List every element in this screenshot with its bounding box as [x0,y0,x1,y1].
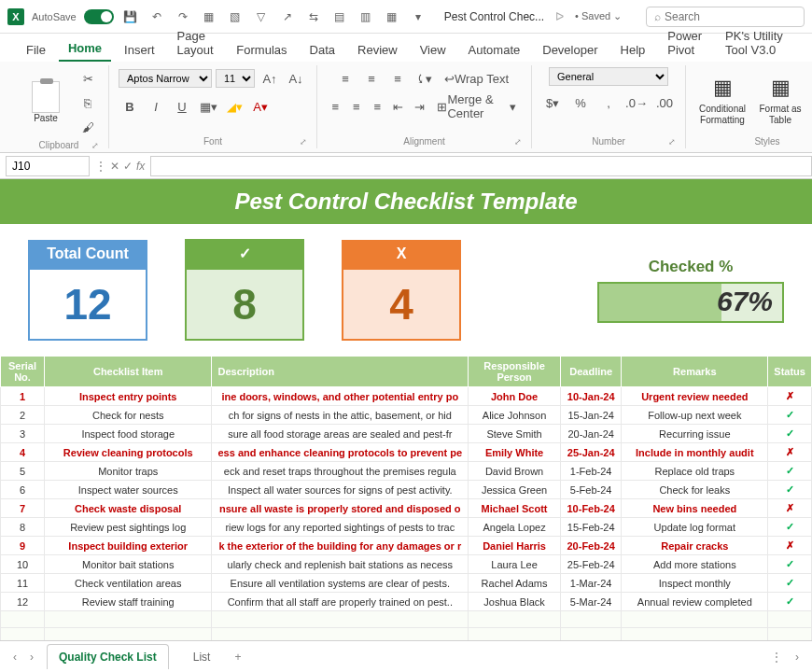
redo-icon[interactable]: ↷ [174,7,192,26]
cell[interactable]: Repair cracks [622,537,768,555]
cell[interactable]: John Doe [469,387,561,406]
cell[interactable]: 5 [1,462,45,481]
cell[interactable] [768,611,812,628]
ribbon-tab-insert[interactable]: Insert [115,38,164,62]
cell[interactable]: 1 [1,387,45,406]
cell[interactable]: 9 [1,537,45,555]
cell[interactable] [561,628,622,641]
cell[interactable]: Check ventilation areas [45,574,212,593]
cell[interactable]: Jessica Green [469,481,561,499]
table-row[interactable]: 12Review staff trainingConfirm that all … [1,593,812,611]
col-header[interactable]: Status [768,357,812,387]
cell[interactable]: eck and reset traps throughout the premi… [212,462,469,481]
increase-decimal-icon[interactable]: .0→ [625,91,648,114]
cell[interactable]: ✓ [768,406,812,425]
cell[interactable] [469,611,561,628]
qa-link-icon[interactable]: ⇆ [304,7,323,26]
cell[interactable]: riew logs for any reported sightings of … [212,518,469,537]
cell[interactable]: ✓ [768,555,812,574]
cell[interactable]: Joshua Black [469,593,561,611]
cell[interactable]: Review staff training [45,593,212,611]
cell[interactable]: ✓ [768,481,812,499]
cell[interactable]: 4 [1,443,45,462]
cell[interactable]: 1-Mar-24 [561,574,622,593]
table-row[interactable] [1,611,812,628]
autosave-toggle[interactable] [84,9,114,24]
cell[interactable]: ✓ [768,593,812,611]
ribbon-tab-home[interactable]: Home [59,36,111,62]
qa-calc-icon[interactable]: ▦ [383,7,401,26]
table-row[interactable]: 5Monitor trapseck and reset traps throug… [1,462,812,481]
cell[interactable]: David Brown [469,462,561,481]
align-top-icon[interactable]: ≡ [334,67,357,90]
cell[interactable]: Recurring issue [622,425,768,443]
bold-button[interactable]: B [119,95,141,118]
cell[interactable]: 5-Feb-24 [561,481,622,499]
qa-chart-icon[interactable]: ▧ [226,7,245,26]
cell[interactable]: Inspect monthly [622,574,768,593]
expand-icon[interactable]: ⤢ [514,137,522,147]
cell[interactable]: Include in monthly audit [622,443,768,462]
cell[interactable]: Monitor bait stations [45,555,212,574]
cell[interactable]: Urgent review needed [622,387,768,406]
conditional-formatting-button[interactable]: ▦Conditional Formatting [695,70,749,132]
font-size-select[interactable]: 11 [216,69,255,88]
table-row[interactable]: 4Review cleaning protocolsess and enhanc… [1,443,812,462]
fill-color-button[interactable]: ◢▾ [223,95,245,118]
cell[interactable]: 5-Mar-24 [561,593,622,611]
cell[interactable]: 20-Jan-24 [561,425,622,443]
name-box[interactable] [6,156,90,176]
cell[interactable]: Inspect entry points [45,387,212,406]
save-icon[interactable]: 💾 [121,7,140,26]
merge-center-button[interactable]: ⊞ Merge & Center ▾ [431,95,522,118]
ribbon-tab-developer[interactable]: Developer [533,38,607,62]
align-bottom-icon[interactable]: ≡ [386,67,409,90]
table-row[interactable]: 7Check waste disposalnsure all waste is … [1,499,812,518]
cell[interactable]: 3 [1,425,45,443]
align-center-icon[interactable]: ≡ [347,95,364,118]
format-as-table-button[interactable]: ▦Format as Table [753,70,807,132]
cell[interactable] [1,628,45,641]
cell[interactable] [45,611,212,628]
table-row[interactable] [1,628,812,641]
cell[interactable]: Review pest sightings log [45,518,212,537]
cell[interactable]: 15-Feb-24 [561,518,622,537]
cell[interactable]: 7 [1,499,45,518]
cell[interactable]: Laura Lee [469,555,561,574]
cell[interactable]: ✓ [768,518,812,537]
cell[interactable] [212,628,469,641]
format-painter-icon[interactable]: 🖌 [77,116,99,138]
cell[interactable]: Inspect building exterior [45,537,212,555]
col-header[interactable]: Deadline [561,357,622,387]
cell[interactable] [469,628,561,641]
decrease-font-icon[interactable]: A↓ [285,67,307,90]
table-row[interactable]: 3Inspect food storagesure all food stora… [1,425,812,443]
cut-icon[interactable]: ✂ [77,67,99,90]
cell[interactable]: 1-Feb-24 [561,462,622,481]
table-row[interactable]: 8Review pest sightings logriew logs for … [1,518,812,537]
ribbon-tab-formulas[interactable]: Formulas [227,38,296,62]
cell[interactable]: Follow-up next week [622,406,768,425]
comma-icon[interactable]: , [597,91,620,114]
ribbon-tab-file[interactable]: File [17,38,55,62]
cell[interactable] [622,628,768,641]
cell[interactable]: 20-Feb-24 [561,537,622,555]
orientation-icon[interactable]: ⤹▾ [413,67,435,90]
cell[interactable]: ✗ [768,387,812,406]
cell[interactable]: ✓ [768,462,812,481]
qa-more-icon[interactable]: ▾ [409,7,427,26]
italic-button[interactable]: I [145,95,167,118]
ribbon-tab-automate[interactable]: Automate [459,38,530,62]
cell[interactable]: New bins needed [622,499,768,518]
cell[interactable]: Check for leaks [622,481,768,499]
cell[interactable]: 15-Jan-24 [561,406,622,425]
cell[interactable]: Inspect all water sources for signs of p… [212,481,469,499]
align-right-icon[interactable]: ≡ [369,95,385,118]
cell[interactable]: 11 [1,574,45,593]
cell[interactable]: Michael Scott [469,499,561,518]
cell[interactable]: Monitor traps [45,462,212,481]
next-sheet-icon[interactable]: › [30,651,34,664]
cell[interactable] [1,611,45,628]
cell[interactable]: Add more stations [622,555,768,574]
cell[interactable]: ✗ [768,499,812,518]
